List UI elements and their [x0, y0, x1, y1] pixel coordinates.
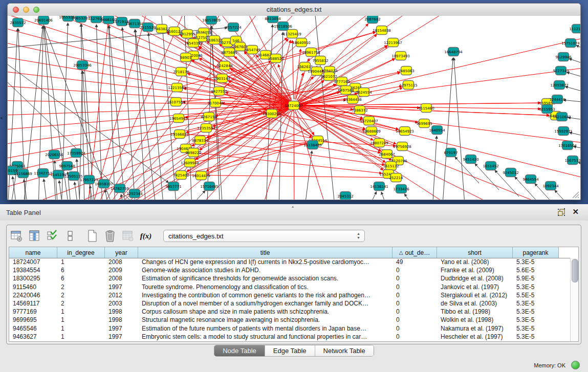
cell-name: 18724007 — [9, 258, 57, 266]
graph-node-label: 679197 — [444, 151, 458, 155]
cell-pagerank: 5.3E-5 — [513, 283, 559, 291]
cell-name: 9699695 — [9, 316, 57, 323]
window-titlebar[interactable]: citations_edges.txt — [8, 4, 580, 16]
delete-table-button[interactable] — [103, 229, 117, 243]
graph-edge[interactable] — [294, 103, 540, 105]
graph-edge[interactable] — [576, 46, 580, 52]
table-row[interactable]: 911546021997Tourette syndrome. Phenomeno… — [9, 283, 570, 291]
graph-edge[interactable] — [8, 64, 168, 183]
table-vertical-scrollbar[interactable] — [570, 258, 578, 341]
window-resize-grip[interactable] — [571, 190, 579, 199]
table-toolbar: f(x) citations_edges.txt ▲▼ — [10, 227, 578, 245]
memory-status-label: Memory: OK — [534, 362, 565, 368]
float-panel-icon[interactable] — [557, 208, 565, 216]
cell-out_de: 49 — [393, 258, 437, 266]
graph-edge[interactable] — [405, 194, 417, 200]
graph-node-label: 8454749 — [244, 48, 260, 52]
graph-edge[interactable] — [578, 162, 580, 167]
graph-edge[interactable] — [190, 141, 311, 163]
cell-in_degree: 2 — [57, 300, 105, 307]
graph-edge[interactable] — [381, 192, 389, 200]
scrollbar-thumb[interactable] — [572, 259, 578, 282]
function-builder-button[interactable]: f(x) — [139, 229, 153, 243]
table-row[interactable]: 1938455462009Genome-wide association stu… — [9, 266, 570, 274]
graph-node-label: 2718170 — [173, 70, 189, 74]
table-row[interactable]: 2242004622012Investigating the contribut… — [9, 291, 570, 299]
graph-node-label: 1640954 — [429, 128, 445, 133]
graph-edge[interactable] — [565, 86, 580, 94]
cell-name: 9777169 — [9, 308, 57, 315]
graph-edge[interactable] — [161, 16, 177, 200]
graph-edge[interactable] — [181, 142, 311, 175]
cell-year: 1997 — [105, 333, 138, 340]
table-row[interactable]: 946362711997Embryonic stem cells: a mode… — [9, 333, 570, 341]
column-select-button[interactable] — [46, 229, 59, 243]
cell-year: 2012 — [105, 292, 138, 299]
cell-year: 1998 — [105, 308, 138, 315]
cell-out_de: 0 — [393, 333, 437, 340]
close-panel-icon[interactable]: ✕ — [572, 208, 579, 216]
graph-edge[interactable] — [304, 151, 312, 200]
splitter-handle-icon[interactable]: ▴ — [292, 204, 294, 209]
table-row[interactable]: 977716911998Corpus callosum shape and si… — [9, 308, 570, 316]
cell-out_de: 0 — [393, 283, 437, 291]
graph-edge[interactable] — [187, 191, 205, 200]
column-header-name[interactable]: name — [9, 247, 57, 258]
graph-node-label: 2684067 — [379, 152, 395, 157]
graph-edge[interactable] — [8, 105, 294, 192]
graph-node-label: 19654945 — [169, 117, 188, 121]
graph-edge[interactable] — [454, 58, 465, 200]
cell-title: Structural magnetic resonance image aver… — [138, 316, 393, 323]
column-label: out_de… — [405, 249, 430, 256]
header-filler — [559, 247, 578, 258]
graph-edge[interactable] — [122, 28, 136, 200]
table-row[interactable]: 1872400712008Changes of HCN gene express… — [9, 258, 570, 266]
table-mode-button[interactable] — [10, 229, 23, 243]
column-header-title[interactable]: title — [138, 247, 393, 258]
table-row[interactable]: 946554611997Estimation of the future num… — [9, 324, 570, 333]
table-row[interactable]: 969969511998Structural magnetic resonanc… — [9, 316, 570, 324]
tab-edge-table[interactable]: Edge Table — [265, 345, 315, 356]
column-header-short[interactable]: short — [437, 247, 513, 258]
graph-edge[interactable] — [366, 192, 377, 200]
graph-edge[interactable] — [569, 59, 580, 66]
graph-edge[interactable] — [75, 182, 78, 200]
table-row[interactable]: 1830029562008Estimation of significance … — [9, 274, 570, 282]
cell-out_de: 0 — [393, 316, 437, 323]
graph-edge[interactable] — [567, 72, 580, 79]
cell-short: Stergiakouli et al. (2012) — [437, 292, 513, 299]
graph-edge[interactable] — [292, 40, 293, 99]
column-header-out_de[interactable]: △out_de… — [393, 247, 437, 258]
row-height-button[interactable] — [63, 229, 77, 243]
graph-edge[interactable] — [135, 30, 146, 200]
new-table-button[interactable] — [85, 229, 99, 243]
column-visibility-button[interactable] — [28, 229, 41, 243]
graph-node-label: 12213967 — [384, 41, 402, 45]
graph-node-label: 9097548 — [59, 164, 75, 168]
column-header-in_degree[interactable]: in_degree — [57, 247, 105, 258]
column-header-year[interactable]: year — [105, 247, 138, 258]
graph-node-label: 1112185 — [569, 27, 580, 31]
graph-edge[interactable] — [43, 179, 48, 200]
table-row[interactable]: 1456911722003Disruption of a novel membe… — [9, 299, 570, 308]
graph-edge[interactable] — [294, 105, 294, 200]
graph-edge[interactable] — [13, 177, 17, 200]
column-header-pagerank[interactable]: pagerank — [513, 247, 559, 258]
cell-title: Estimation of the future numbers of pati… — [138, 325, 393, 332]
panel-collapse-arrow-icon[interactable]: ◂ — [0, 115, 3, 120]
graph-node-label: 1615132 — [383, 164, 399, 168]
graph-edge[interactable] — [181, 175, 389, 178]
graph-edge[interactable] — [432, 136, 437, 200]
memory-ok-indicator-icon[interactable] — [571, 361, 580, 369]
table-selector-dropdown[interactable]: citations_edges.txt ▲▼ — [163, 230, 365, 242]
tab-network-table[interactable]: Network Table — [315, 345, 374, 356]
graph-edge[interactable] — [294, 105, 540, 109]
graph-edge[interactable] — [563, 100, 580, 103]
graph-node-label: 6497568 — [338, 89, 354, 93]
network-canvas[interactable]: 1872400718300295193845547463822916012389… — [8, 16, 580, 200]
tab-node-table[interactable]: Node Table — [214, 345, 265, 356]
graph-edge[interactable] — [193, 152, 382, 173]
column-label: year — [115, 249, 127, 256]
graph-edge[interactable] — [294, 105, 571, 200]
graph-node-label: 252214 — [389, 176, 403, 180]
